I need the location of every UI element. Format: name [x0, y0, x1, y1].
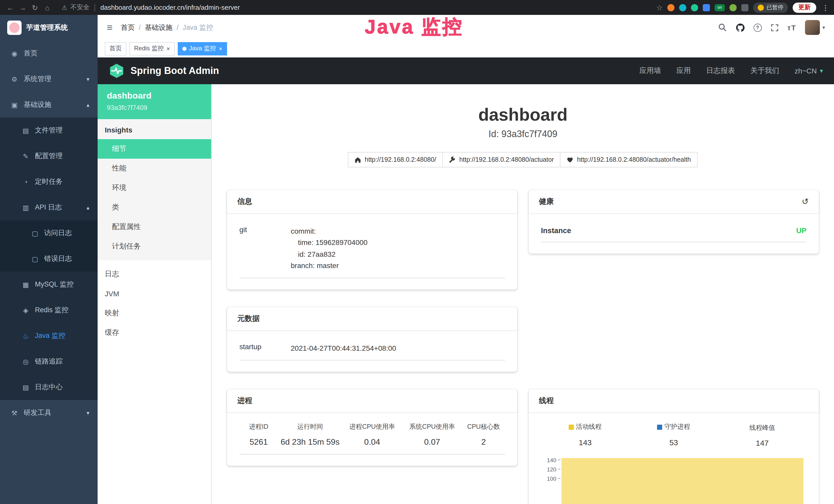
hamburger-icon[interactable]: ≡ — [107, 22, 112, 33]
instance-header[interactable]: dashboard 93a3fc7f7409 — [97, 84, 211, 119]
chrome-update-button[interactable]: 更新 — [793, 2, 816, 13]
insights-section: Insights 细节 性能 环境 类 配置属性 计划任务 — [97, 119, 211, 260]
git-commit-line: commit: — [291, 225, 505, 237]
sidebar-item-dev-tools[interactable]: ⚒ 研发工具 ▾ — [0, 400, 97, 426]
github-icon[interactable] — [736, 23, 745, 32]
edit-icon: ✎ — [22, 152, 30, 160]
chevron-up-icon: ▴ — [87, 101, 89, 108]
health-card-title: 健康 — [539, 197, 554, 206]
sba-item-performance[interactable]: 性能 — [97, 159, 211, 178]
reload-icon[interactable]: ↻ — [30, 3, 40, 12]
font-size-icon[interactable]: тT — [787, 23, 796, 31]
paused-extension-badge[interactable]: 已暂停 — [753, 2, 788, 13]
actuator-url-link[interactable]: http://192.168.0.2:48080/actuator — [442, 152, 561, 167]
service-url-link[interactable]: http://192.168.0.2:48080/ — [348, 152, 443, 167]
sidebar-item-trace[interactable]: ◎ 链路追踪 — [0, 349, 97, 374]
active-dot — [182, 46, 186, 51]
live-threads-value: 143 — [541, 438, 630, 447]
extension-icon[interactable] — [667, 4, 675, 11]
process-column-header: 系统CPU使用率 — [402, 422, 462, 431]
extension-puzzle-icon[interactable] — [741, 4, 748, 11]
user-menu[interactable]: ▾ — [805, 20, 825, 35]
git-branch-line: branch: master — [291, 260, 505, 271]
browser-menu-icon[interactable]: ⋮ — [822, 3, 829, 12]
extension-icon[interactable] — [691, 4, 698, 11]
sidebar-item-redis-monitor[interactable]: ◈ Redis 监控 — [0, 297, 97, 323]
trace-icon: ◎ — [22, 358, 30, 365]
tab-java-monitor[interactable]: Java 监控 × — [178, 42, 227, 55]
address-bar[interactable]: ⚠ 不安全 dashboard.yudao.iocoder.cn/infra/a… — [62, 3, 654, 12]
process-pid: 5261 — [239, 437, 278, 447]
extension-icon[interactable] — [703, 4, 710, 11]
tab-label: 首页 — [109, 44, 122, 53]
help-icon[interactable]: ? — [753, 23, 762, 31]
nav-journal[interactable]: 日志报表 — [706, 66, 735, 75]
sba-item-jvm[interactable]: JVM — [97, 284, 211, 303]
extension-icon[interactable] — [729, 4, 737, 11]
sba-item-config-props[interactable]: 配置属性 — [97, 217, 211, 237]
back-icon[interactable]: ← — [5, 3, 16, 12]
metadata-card: 元数据 startup 2021-04-27T00:44:31.254+08:0… — [227, 307, 517, 372]
threads-legend: 活动线程 143 守护进程 — [541, 422, 807, 447]
sidebar-item-scheduled-jobs[interactable]: ◔ 定时任务 — [0, 169, 97, 194]
extension-icon[interactable] — [679, 4, 686, 11]
sidebar-item-api-logs[interactable]: ▥ API 日志 ▴ — [0, 194, 97, 220]
sidebar-item-label: 文件管理 — [35, 126, 63, 135]
nav-wallboard[interactable]: 应用墙 — [640, 66, 661, 75]
insights-section-title: Insights — [97, 119, 211, 139]
redis-icon: ◈ — [22, 306, 30, 314]
sba-sidebar-root: 日志 JVM 映射 缓存 — [97, 260, 211, 343]
breadcrumb-home[interactable]: 首页 — [121, 23, 135, 32]
sba-item-caches[interactable]: 缓存 — [97, 323, 211, 343]
sidebar-item-java-monitor[interactable]: ♨ Java 监控 — [0, 323, 97, 349]
sba-item-environment[interactable]: 环境 — [97, 178, 211, 198]
close-icon[interactable]: × — [219, 45, 222, 52]
brand[interactable]: 芋道管理系统 — [0, 15, 97, 41]
sidebar-item-label: API 日志 — [35, 203, 62, 212]
legend-peak-threads: 线程峰值 — [749, 423, 775, 432]
tab-redis-monitor[interactable]: Redis 监控 × — [129, 42, 175, 55]
tab-home[interactable]: 首页 — [105, 42, 126, 55]
java-icon: ♨ — [22, 332, 30, 340]
sidebar-item-label: 链路追踪 — [35, 357, 63, 366]
sidebar-item-config-management[interactable]: ✎ 配置管理 — [0, 143, 97, 169]
process-column-header: CPU核心数 — [462, 422, 505, 431]
search-icon[interactable] — [718, 23, 727, 32]
forward-icon[interactable]: → — [18, 3, 28, 12]
history-icon[interactable]: ↺ — [802, 197, 809, 206]
health-card: 健康 ↺ Instance UP — [529, 190, 819, 254]
close-icon[interactable]: × — [167, 45, 170, 52]
chevron-down-icon: ▾ — [822, 25, 825, 30]
bookmark-star-icon[interactable]: ☆ — [656, 3, 663, 12]
sba-item-logs[interactable]: 日志 — [97, 265, 211, 284]
sidebar-item-system-management[interactable]: ⚙ 系统管理 ▾ — [0, 66, 97, 92]
fullscreen-icon[interactable] — [770, 23, 778, 31]
sidebar-item-file-management[interactable]: ▤ 文件管理 — [0, 118, 97, 143]
sba-item-classes[interactable]: 类 — [97, 198, 211, 217]
sidebar-item-error-logs[interactable]: ▢ 错误日志 — [0, 246, 97, 272]
tab-label: Java 监控 — [189, 44, 216, 53]
instance-id: 93a3fc7f7409 — [107, 104, 202, 111]
breadcrumb-infrastructure[interactable]: 基础设施 — [145, 23, 173, 32]
browser-actions: ☆ on 已暂停 更新 ⋮ — [656, 2, 829, 13]
health-url-link[interactable]: http://192.168.0.2:48080/actuator/health — [560, 152, 697, 167]
tab-label: Redis 监控 — [134, 44, 164, 53]
sba-item-mappings[interactable]: 映射 — [97, 303, 211, 323]
breadcrumb-separator: / — [139, 24, 141, 31]
nav-about[interactable]: 关于我们 — [750, 66, 779, 75]
nav-applications[interactable]: 应用 — [677, 66, 691, 75]
sba-item-details[interactable]: 细节 — [97, 139, 211, 159]
sidebar-item-mysql-monitor[interactable]: ▦ MySQL 监控 — [0, 272, 97, 297]
sidebar-item-log-center[interactable]: ▤ 日志中心 — [0, 374, 97, 400]
avatar — [805, 20, 820, 35]
sidebar-item-infrastructure[interactable]: ▣ 基础设施 ▴ — [0, 92, 97, 118]
home-icon[interactable]: ⌂ — [42, 3, 52, 12]
sba-brand-title[interactable]: Spring Boot Admin — [130, 65, 219, 76]
sidebar-item-home[interactable]: ◉ 首页 — [0, 41, 97, 66]
sba-item-scheduled-tasks[interactable]: 计划任务 — [97, 237, 211, 256]
extension-on-badge[interactable]: on — [715, 4, 725, 11]
sidebar-item-access-logs[interactable]: ▢ 访问日志 — [0, 220, 97, 246]
sidebar-item-label: 定时任务 — [35, 177, 63, 186]
locale-selector[interactable]: zh~CN ▾ — [795, 67, 823, 75]
process-column-header: 进程ID — [239, 422, 278, 431]
